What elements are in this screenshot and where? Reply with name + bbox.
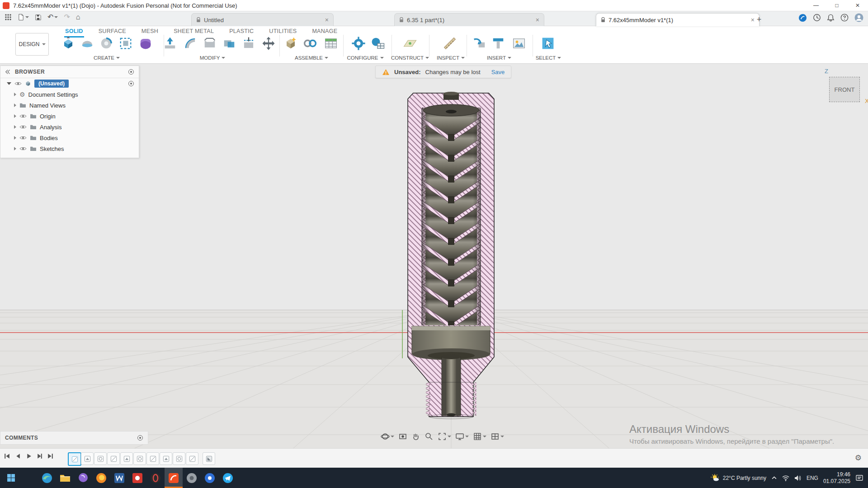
minimize-button[interactable]: — [806, 0, 826, 11]
group-select[interactable]: SELECT [524, 55, 573, 61]
configuration-table-icon[interactable] [370, 35, 386, 52]
save-button[interactable] [35, 14, 42, 21]
group-create[interactable]: CREATE [82, 55, 132, 61]
viewports-button[interactable] [491, 432, 504, 441]
collapsed-arrow-icon[interactable] [14, 114, 16, 118]
undo-button[interactable]: ↶ [47, 14, 58, 21]
tree-item-named-views[interactable]: Named Views [0, 100, 139, 111]
decal-icon[interactable] [490, 35, 506, 52]
language-indicator[interactable]: ENG [807, 475, 818, 481]
group-inspect[interactable]: INSPECT [426, 55, 476, 61]
timeline-feature[interactable] [160, 452, 172, 465]
timeline-feature[interactable] [146, 452, 159, 465]
taskbar-telegram-icon[interactable] [219, 468, 237, 488]
taskbar-opera-icon[interactable] [146, 468, 165, 488]
display-settings-button[interactable] [455, 432, 469, 441]
taskbar-fusion-icon[interactable] [165, 468, 183, 488]
file-menu-button[interactable] [18, 14, 29, 21]
weather-widget[interactable]: 22°C Partly sunny [711, 474, 766, 483]
orbit-button[interactable] [381, 432, 394, 441]
group-insert[interactable]: INSERT [474, 55, 524, 61]
timeline-feature[interactable] [107, 452, 120, 465]
timeline-play-button[interactable] [25, 453, 32, 460]
network-icon[interactable] [782, 475, 789, 481]
comments-options-icon[interactable] [137, 435, 143, 441]
timeline-skip-end-button[interactable] [47, 453, 54, 460]
panel-options-icon[interactable] [128, 69, 134, 75]
expanded-arrow-icon[interactable] [7, 82, 11, 85]
taskbar-viber-icon[interactable] [74, 468, 92, 488]
workspace-selector[interactable]: DESIGN [15, 33, 49, 56]
doc-tab-635-part[interactable]: 6.35 1 part*(1) × [394, 13, 544, 26]
visibility-options-icon[interactable] [128, 80, 134, 87]
taskbar-firefox-icon[interactable] [92, 468, 110, 488]
zoom-button[interactable] [425, 432, 434, 441]
insert-derive-icon[interactable] [472, 35, 488, 52]
timeline-feature-sketch[interactable] [68, 452, 81, 466]
extrude-icon[interactable] [60, 35, 76, 52]
timeline-step-forward-button[interactable] [36, 453, 43, 460]
taskbar-adobe-icon[interactable] [128, 468, 146, 488]
collapsed-arrow-icon[interactable] [14, 136, 16, 140]
timeline-feature[interactable] [186, 452, 198, 465]
collapsed-arrow-icon[interactable] [14, 103, 16, 107]
viewcube-front-face[interactable]: FRONT [829, 77, 860, 102]
volume-icon[interactable] [794, 475, 802, 481]
save-link[interactable]: Save [491, 69, 505, 75]
maximize-button[interactable]: □ [826, 0, 847, 11]
canvas-image-icon[interactable] [511, 35, 527, 52]
shell-icon[interactable] [202, 35, 218, 52]
fillet-icon[interactable] [182, 35, 198, 52]
bom-table-icon[interactable] [323, 35, 339, 52]
collapsed-arrow-icon[interactable] [14, 147, 16, 150]
timeline-feature[interactable] [94, 452, 107, 465]
fit-button[interactable] [438, 432, 451, 441]
view-cube[interactable]: Z FRONT X [823, 68, 866, 111]
taskbar-word-icon[interactable] [110, 468, 128, 488]
tree-item-sketches[interactable]: Sketches [0, 143, 139, 154]
eye-icon[interactable] [19, 136, 27, 140]
eye-icon[interactable] [19, 146, 27, 151]
revolve-icon[interactable] [79, 35, 95, 52]
pattern-icon[interactable] [118, 35, 134, 52]
app-grid-icon[interactable] [5, 14, 12, 21]
taskbar-explorer-icon[interactable] [56, 468, 74, 488]
tree-item-origin[interactable]: Origin [0, 111, 139, 122]
timeline-settings-gear-icon[interactable]: ⚙ [855, 453, 862, 463]
timeline-feature[interactable] [133, 452, 146, 465]
measure-icon[interactable] [442, 35, 458, 52]
hidden-icons-chevron[interactable] [771, 475, 777, 481]
joint-icon[interactable] [302, 35, 318, 52]
offset-face-icon[interactable] [241, 35, 257, 52]
press-pull-icon[interactable] [162, 35, 178, 52]
doc-tab-untitled[interactable]: Untitled × [191, 13, 334, 26]
new-tab-button[interactable]: + [754, 14, 764, 24]
timeline-feature[interactable] [173, 452, 185, 465]
tree-item-document-settings[interactable]: ⚙ Document Settings [0, 89, 139, 100]
move-copy-icon[interactable] [260, 35, 277, 52]
help-icon[interactable] [840, 14, 849, 22]
fusion-badge-icon[interactable] [798, 14, 807, 22]
taskbar-clock[interactable]: 19:46 01.07.2025 [823, 471, 850, 485]
eye-icon[interactable] [14, 81, 22, 86]
group-assemble[interactable]: ASSEMBLE [287, 55, 336, 61]
group-modify[interactable]: MODIFY [188, 55, 237, 61]
pan-button[interactable] [411, 432, 420, 441]
timeline-skip-start-button[interactable] [4, 453, 10, 460]
collapse-panel-icon[interactable] [5, 69, 11, 75]
tree-item-analysis[interactable]: Analysis [0, 122, 139, 132]
timeline-feature[interactable] [203, 452, 215, 465]
avatar[interactable] [854, 13, 863, 22]
group-configure[interactable]: CONFIGURE [340, 55, 390, 61]
model-suppressor-section[interactable] [408, 92, 494, 419]
combine-icon[interactable] [221, 35, 237, 52]
taskbar-app-blue-icon[interactable] [201, 468, 219, 488]
new-component-icon[interactable] [283, 35, 299, 52]
collapsed-arrow-icon[interactable] [14, 125, 16, 129]
start-button[interactable] [2, 468, 20, 488]
comments-bar[interactable]: COMMENTS [0, 431, 148, 445]
home-button[interactable]: ⌂ [76, 14, 80, 21]
notifications-bell-icon[interactable] [827, 14, 835, 22]
grid-settings-button[interactable] [473, 432, 486, 441]
job-status-clock-icon[interactable] [813, 14, 821, 22]
